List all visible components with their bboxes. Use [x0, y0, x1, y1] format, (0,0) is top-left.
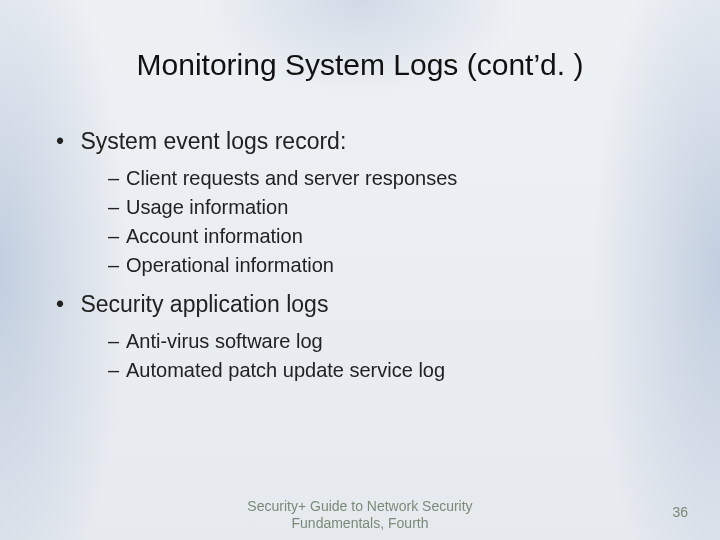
footer-text: Security+ Guide to Network Security Fund… — [230, 498, 490, 532]
slide-title: Monitoring System Logs (cont’d. ) — [40, 48, 680, 82]
list-item: System event logs record: Client request… — [48, 126, 680, 279]
list-item: Anti-virus software log — [108, 328, 680, 355]
list-item-text: Operational information — [126, 254, 334, 276]
list-item-text: System event logs record: — [80, 128, 346, 154]
list-item-text: Automated patch update service log — [126, 359, 445, 381]
list-item-text: Security application logs — [80, 291, 328, 317]
footer: Security+ Guide to Network Security Fund… — [0, 492, 720, 540]
list-item-text: Client requests and server responses — [126, 167, 457, 189]
sub-list: Anti-virus software log Automated patch … — [74, 328, 680, 384]
slide: Monitoring System Logs (cont’d. ) System… — [0, 0, 720, 540]
page-number: 36 — [672, 504, 688, 520]
list-item: Account information — [108, 223, 680, 250]
list-item-text: Usage information — [126, 196, 288, 218]
slide-content: System event logs record: Client request… — [40, 126, 680, 384]
sub-list: Client requests and server responses Usa… — [74, 165, 680, 279]
list-item: Security application logs Anti-virus sof… — [48, 289, 680, 384]
list-item: Client requests and server responses — [108, 165, 680, 192]
list-item: Automated patch update service log — [108, 357, 680, 384]
list-item-text: Anti-virus software log — [126, 330, 323, 352]
bullet-list: System event logs record: Client request… — [48, 126, 680, 384]
list-item: Usage information — [108, 194, 680, 221]
list-item: Operational information — [108, 252, 680, 279]
list-item-text: Account information — [126, 225, 303, 247]
